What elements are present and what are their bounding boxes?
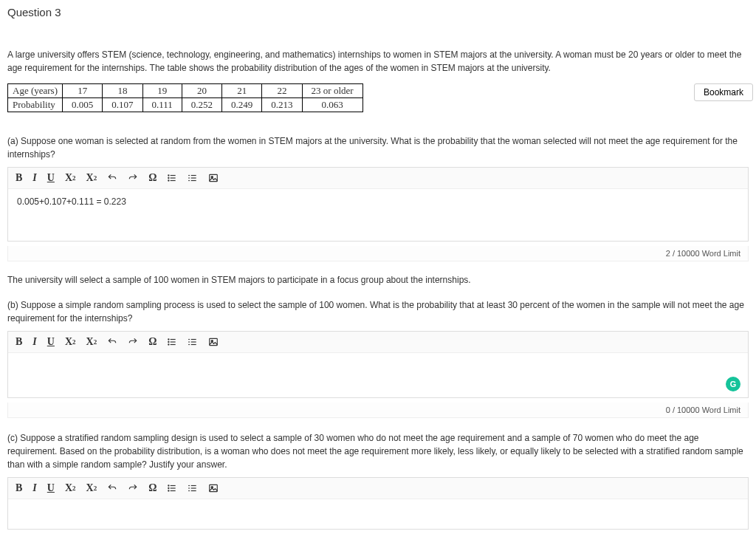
number-list-button[interactable] (188, 483, 198, 493)
omega-button[interactable]: Ω (148, 172, 157, 184)
number-list-button[interactable] (188, 337, 198, 347)
svg-rect-12 (210, 174, 218, 181)
svg-rect-40 (210, 485, 218, 491)
bullet-list-button[interactable] (167, 173, 177, 183)
age-cell: 20 (182, 84, 221, 98)
svg-rect-39 (191, 490, 196, 491)
underline-button[interactable]: U (47, 482, 55, 494)
grammarly-icon[interactable]: G (726, 377, 740, 391)
part-b-text: (b) Suppose a simple random sampling pro… (7, 298, 749, 325)
answer-area-c[interactable] (8, 499, 748, 529)
toolbar: B I U X2 X2 Ω (8, 168, 748, 189)
svg-rect-29 (171, 485, 176, 486)
svg-rect-17 (171, 341, 176, 342)
probability-table: Age (years) 17 18 19 20 21 22 23 or olde… (7, 83, 363, 112)
italic-button[interactable]: I (32, 336, 36, 348)
age-cell: 19 (142, 84, 182, 98)
superscript-button[interactable]: X2 (65, 336, 76, 348)
svg-point-18 (168, 343, 170, 345)
image-button[interactable] (208, 173, 219, 183)
svg-rect-36 (189, 487, 190, 488)
svg-point-2 (168, 177, 170, 179)
answer-area-b[interactable]: G (8, 353, 748, 397)
table-row: Age (years) 17 18 19 20 21 22 23 or olde… (8, 84, 363, 98)
redo-button[interactable] (128, 483, 138, 493)
svg-rect-8 (189, 177, 190, 178)
toolbar: B I U X2 X2 Ω (8, 478, 748, 499)
prob-cell: 0.252 (182, 98, 221, 112)
svg-point-4 (168, 179, 170, 181)
svg-rect-38 (189, 490, 190, 491)
svg-rect-21 (191, 339, 196, 340)
svg-rect-35 (191, 485, 196, 486)
undo-button[interactable] (107, 483, 117, 493)
intro-text: A large university offers STEM (science,… (7, 48, 749, 75)
bold-button[interactable]: B (16, 172, 22, 184)
italic-button[interactable]: I (32, 172, 36, 184)
part-a-text: (a) Suppose one woman is selected at ran… (7, 134, 749, 161)
underline-button[interactable]: U (47, 172, 55, 184)
bold-button[interactable]: B (16, 482, 22, 494)
superscript-button[interactable]: X2 (65, 172, 76, 184)
editor-b: B I U X2 X2 Ω G (7, 331, 749, 398)
svg-rect-25 (191, 344, 196, 345)
number-list-button[interactable] (188, 173, 198, 183)
prob-cell: 0.005 (63, 98, 103, 112)
bold-button[interactable]: B (16, 336, 22, 348)
subscript-button[interactable]: X2 (86, 482, 97, 494)
svg-rect-10 (189, 180, 190, 181)
age-cell: 18 (103, 84, 142, 98)
svg-point-32 (168, 490, 170, 491)
bullet-list-button[interactable] (167, 483, 177, 493)
bookmark-button[interactable]: Bookmark (694, 83, 753, 101)
svg-rect-26 (210, 338, 218, 345)
svg-rect-7 (191, 175, 196, 176)
svg-point-0 (168, 174, 170, 176)
svg-point-30 (168, 487, 170, 489)
prob-cell: 0.063 (302, 98, 362, 112)
editor-a: B I U X2 X2 Ω 0.005+0.107+0.111 = 0.223 (7, 167, 749, 242)
svg-rect-3 (171, 177, 176, 178)
redo-button[interactable] (128, 337, 138, 347)
svg-rect-23 (191, 341, 196, 342)
image-button[interactable] (208, 483, 219, 493)
svg-rect-9 (191, 177, 196, 178)
redo-button[interactable] (128, 173, 138, 183)
omega-button[interactable]: Ω (148, 336, 157, 348)
svg-rect-11 (191, 180, 196, 181)
prob-label: Probability (8, 98, 63, 112)
age-cell: 21 (222, 84, 262, 98)
answer-area-a[interactable]: 0.005+0.107+0.111 = 0.223 (8, 189, 748, 241)
question-title: Question 3 (7, 6, 749, 18)
svg-rect-6 (189, 175, 190, 176)
underline-button[interactable]: U (47, 336, 55, 348)
subscript-button[interactable]: X2 (86, 172, 97, 184)
svg-point-16 (168, 341, 170, 343)
prob-cell: 0.111 (142, 98, 182, 112)
svg-rect-1 (171, 175, 176, 176)
image-button[interactable] (208, 337, 219, 347)
svg-rect-5 (171, 180, 176, 181)
prob-cell: 0.213 (262, 98, 302, 112)
bullet-list-button[interactable] (167, 337, 177, 347)
svg-point-28 (168, 485, 170, 486)
omega-button[interactable]: Ω (148, 482, 157, 494)
word-limit-a: 2 / 10000 Word Limit (7, 246, 749, 261)
svg-rect-15 (171, 339, 176, 340)
svg-rect-33 (171, 490, 176, 491)
svg-rect-24 (189, 344, 190, 345)
svg-rect-31 (171, 487, 176, 488)
age-cell: 22 (262, 84, 302, 98)
undo-button[interactable] (107, 173, 117, 183)
subscript-button[interactable]: X2 (86, 336, 97, 348)
table-row: Probability 0.005 0.107 0.111 0.252 0.24… (8, 98, 363, 112)
undo-button[interactable] (107, 337, 117, 347)
superscript-button[interactable]: X2 (65, 482, 76, 494)
svg-rect-34 (189, 485, 190, 486)
age-cell: 23 or older (302, 84, 362, 98)
svg-point-14 (168, 338, 170, 340)
svg-rect-22 (189, 341, 190, 342)
word-limit-b: 0 / 10000 Word Limit (7, 403, 749, 418)
age-cell: 17 (63, 84, 103, 98)
italic-button[interactable]: I (32, 482, 36, 494)
